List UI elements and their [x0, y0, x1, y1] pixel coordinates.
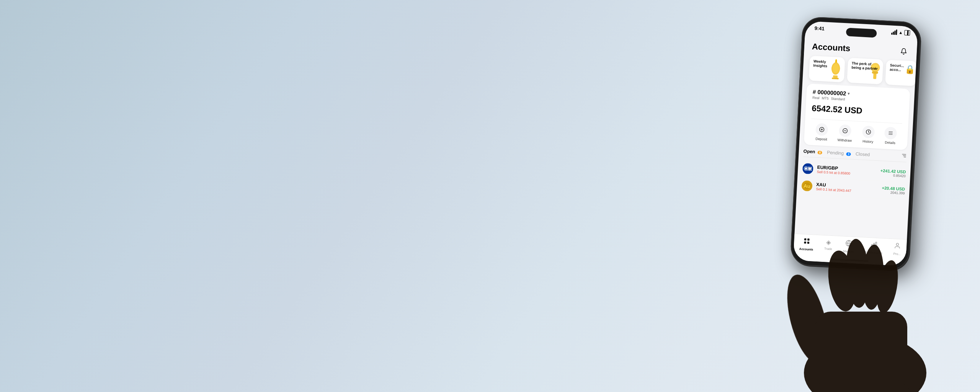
account-section: # 000000002 ▾ Real MT5 Standard 6542.52 … [804, 83, 910, 150]
account-balance: 6542.52 USD [812, 103, 903, 118]
performance-nav-label: Performance [865, 251, 882, 255]
eur-gbp-info: EUR/GBP Sell 0.5 lot at 0.85800 [817, 165, 877, 177]
promo-card-weekly-title: Weekly Insights [813, 59, 841, 69]
account-dropdown-icon[interactable]: ▾ [848, 91, 850, 96]
svg-rect-12 [872, 71, 878, 74]
withdraw-icon [839, 124, 852, 137]
svg-rect-38 [804, 242, 806, 244]
action-buttons: Deposit Withdraw [810, 119, 902, 145]
account-tag-mt5: MT5 [822, 96, 828, 100]
trades-section: Open 8 Pending 3 Closed [801, 148, 907, 200]
nav-markets[interactable]: Markets [843, 240, 854, 253]
trades-tabs: Open 8 Pending 3 Closed [803, 148, 907, 162]
svg-rect-37 [807, 238, 810, 241]
tab-pending[interactable]: Pending 3 [827, 150, 851, 156]
withdraw-button[interactable]: Withdraw [837, 124, 853, 143]
dynamic-island [846, 28, 877, 38]
eur-gbp-values: +241.42 USD 0.85420 [880, 168, 906, 178]
xau-values: +20.48 USD 2041.399 [882, 186, 905, 195]
deposit-button[interactable]: Deposit [815, 123, 828, 142]
accounts-nav-icon [803, 237, 810, 247]
svg-rect-41 [871, 245, 872, 247]
svg-rect-39 [807, 242, 809, 244]
xau-price: 2041.399 [882, 190, 905, 195]
svg-line-32 [808, 169, 812, 169]
sort-icon[interactable] [901, 153, 907, 160]
deposit-icon [815, 123, 828, 136]
svg-rect-42 [873, 243, 875, 247]
eur-gbp-flag [802, 163, 813, 174]
svg-rect-36 [804, 238, 806, 241]
profile-nav-label: Pro... [893, 252, 901, 256]
promo-card-secure[interactable]: Securi...acco... 🔒 [885, 60, 916, 86]
svg-text:Au: Au [804, 183, 810, 189]
status-icons: ▲ ▐ [891, 29, 910, 36]
bottom-nav: Accounts ◈ Trade [793, 234, 907, 266]
withdraw-label: Withdraw [837, 138, 852, 143]
account-tag-standard: Standard [831, 96, 845, 101]
phone-scene: 9:41 ▲ ▐ [781, 8, 934, 392]
svg-rect-43 [875, 242, 877, 247]
details-icon [884, 127, 897, 140]
app-title: Accounts [812, 42, 850, 54]
xau-flag: Au [801, 180, 812, 191]
nav-accounts[interactable]: Accounts [799, 237, 814, 252]
phone-frame: 9:41 ▲ ▐ [790, 16, 921, 271]
wifi-icon: ▲ [898, 30, 903, 35]
nav-trade[interactable]: ◈ Trade [824, 238, 833, 251]
performance-nav-icon [870, 241, 877, 250]
deposit-label: Deposit [815, 137, 827, 142]
signal-icon [891, 29, 897, 35]
svg-point-52 [812, 373, 911, 392]
history-icon [862, 126, 875, 139]
trade-nav-icon: ◈ [826, 238, 831, 246]
details-button[interactable]: Details [884, 127, 897, 145]
svg-rect-51 [815, 312, 907, 388]
details-label: Details [885, 140, 895, 145]
history-button[interactable]: History [862, 126, 875, 144]
promo-card-partner[interactable]: The perk of being a partner ★ [847, 58, 883, 85]
account-number[interactable]: # 000000002 [812, 88, 846, 97]
account-tag-real: Real [812, 96, 820, 100]
trade-nav-label: Trade [824, 247, 832, 251]
promo-card-partner-title: The perk of being a partner [851, 61, 879, 71]
battery-icon: ▐ [904, 30, 910, 36]
tab-open[interactable]: Open 8 [803, 148, 822, 155]
phone-screen: 9:41 ▲ ▐ [793, 21, 918, 266]
svg-rect-0 [833, 75, 838, 78]
accounts-nav-label: Accounts [799, 247, 813, 252]
tab-closed[interactable]: Closed [856, 151, 870, 157]
pending-badge: 3 [846, 152, 851, 156]
nav-performance[interactable]: Performance [865, 241, 883, 255]
promo-card-secure-title: Securi...acco... [890, 63, 913, 73]
bell-button[interactable] [898, 46, 909, 57]
svg-rect-1 [832, 78, 839, 80]
markets-nav-label: Markets [843, 250, 854, 253]
nav-profile[interactable]: Pro... [893, 242, 901, 256]
markets-nav-icon [845, 240, 853, 249]
eur-gbp-price: 0.85420 [880, 173, 906, 178]
status-time: 9:41 [814, 25, 825, 31]
svg-point-45 [804, 335, 926, 392]
svg-point-44 [896, 243, 898, 245]
history-label: History [862, 139, 874, 144]
profile-nav-icon [893, 242, 901, 252]
svg-point-46 [779, 270, 836, 368]
open-badge: 8 [817, 150, 822, 154]
promo-card-weekly-insights[interactable]: Weekly Insights [808, 56, 845, 82]
xau-info: XAU Sell 0.1 lot at 2043.447 [816, 182, 878, 194]
screen-content: Accounts Weekly Insights [793, 38, 917, 266]
